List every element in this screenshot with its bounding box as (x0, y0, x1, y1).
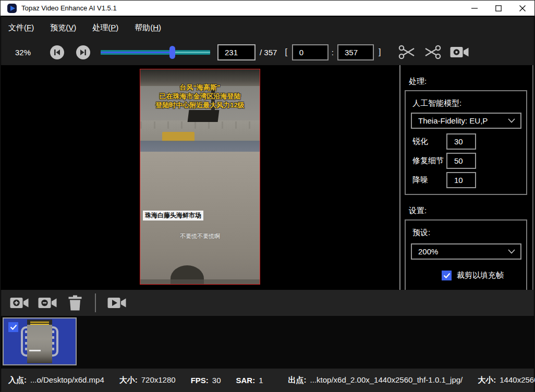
chevron-down-icon (508, 249, 515, 254)
video-thumbnail[interactable] (3, 317, 77, 365)
slider-progress (101, 52, 172, 53)
status-input-path: 入点:...o/Desktop/x6d.mp4 (8, 375, 104, 385)
skip-end-button[interactable] (76, 45, 90, 59)
status-input-size: 大小:720x1280 (119, 375, 176, 385)
thumbnail-strip (1, 316, 534, 369)
menu-item-process[interactable]: 处理(P) (92, 23, 118, 33)
total-frames-label: / 357 (260, 48, 277, 57)
preview-bridge-arches (140, 121, 260, 129)
settings-section-title: 设置: (409, 206, 427, 216)
range-end-input[interactable] (337, 44, 374, 60)
revert-detail-label: 修复细节 (412, 156, 446, 166)
remove-video-button[interactable] (38, 296, 57, 310)
preview-subtitle: 不要慌不要慌啊 (140, 232, 260, 240)
denoise-input[interactable] (446, 172, 476, 188)
sharpen-row: 锐化 (412, 133, 476, 150)
video-preview[interactable]: 台风“海高斯” 已在珠海市金湾区沿海登陆 登陆时中心附近最大风力12级 珠海白藤… (140, 69, 260, 285)
crop-to-fill-label: 裁剪以填充帧 (457, 271, 504, 280)
checkmark-icon (10, 324, 17, 330)
preview-toggle-button[interactable] (450, 45, 469, 59)
frame-slider[interactable] (101, 45, 210, 59)
processing-section-title: 处理: (409, 77, 427, 87)
range-bracket-open: [ (285, 47, 287, 57)
preview-camera-eye-icon (450, 45, 469, 59)
maximize-button[interactable] (487, 1, 510, 16)
revert-detail-row: 修复细节 (412, 153, 476, 169)
ai-model-value: Theia-Fidelity: EU,P (418, 116, 508, 125)
ai-model-label: 人工智能模型: (412, 99, 461, 108)
preset-label: 预设: (412, 228, 430, 238)
trash-icon (68, 295, 82, 311)
status-output-path: 出点:...ktop/x6d_2.00x_1440x2560_thf-1.0.1… (288, 375, 463, 385)
menu-item-help[interactable]: 帮助(H) (135, 23, 161, 33)
panel-splitter (399, 65, 400, 290)
thumbnail-frame (27, 320, 52, 363)
denoise-label: 降噪 (412, 175, 446, 185)
splice-button[interactable] (424, 44, 442, 60)
minimize-button[interactable] (463, 1, 487, 16)
range-separator: : (332, 48, 334, 57)
app-window: Topaz Video Enhance AI V1.5.1 文件(F) 预览(V… (0, 0, 535, 392)
preset-value: 200% (418, 247, 508, 256)
status-output-size: 大小:1440x2560 (478, 375, 535, 385)
menu-item-preview[interactable]: 预览(V) (50, 23, 76, 33)
skip-end-icon (76, 45, 90, 59)
overlay-line-1: 台风“海高斯” (140, 83, 260, 92)
range-start-input[interactable] (292, 44, 329, 60)
current-frame-input[interactable] (217, 44, 256, 60)
process-video-button[interactable] (107, 296, 126, 310)
title-bar: Topaz Video Enhance AI V1.5.1 (1, 1, 534, 16)
close-icon (519, 5, 526, 11)
remove-video-icon (38, 296, 57, 310)
trim-cut-button[interactable] (398, 44, 416, 60)
add-video-button[interactable] (10, 296, 29, 310)
window-controls (463, 1, 534, 16)
ai-model-select[interactable]: Theia-Fidelity: EU,P (411, 113, 521, 129)
revert-detail-input[interactable] (446, 153, 476, 169)
app-logo-icon (7, 4, 17, 13)
skip-start-icon (50, 45, 64, 59)
model-groupbox: 人工智能模型: Theia-Fidelity: EU,P 锐化 修复细节 降噪 (405, 90, 527, 195)
preview-location-label: 珠海白藤头海鲜市场 (143, 211, 203, 220)
close-button[interactable] (510, 1, 534, 16)
playback-toolbar: 32% / 357 [ : ] (1, 39, 534, 65)
process-video-icon (107, 296, 126, 310)
toolbar-separator (95, 293, 96, 312)
checkmark-icon (443, 273, 451, 278)
panel-right-edge (532, 65, 533, 290)
range-bracket-close: ] (379, 47, 381, 57)
skip-start-button[interactable] (50, 45, 64, 59)
menu-item-file[interactable]: 文件(F) (8, 23, 34, 33)
preset-groupbox: 预设: 200% 裁剪以填充帧 (405, 219, 527, 290)
status-bar: 入点:...o/Desktop/x6d.mp4 大小:720x1280 FPS:… (1, 369, 534, 392)
denoise-row: 降噪 (412, 172, 476, 188)
crop-to-fill-row: 裁剪以填充帧 (442, 271, 504, 280)
sharpen-input[interactable] (446, 133, 476, 150)
zoom-level-label: 32% (15, 48, 32, 57)
slider-handle[interactable] (169, 46, 175, 59)
crop-to-fill-checkbox[interactable] (442, 271, 452, 280)
status-fps: FPS:30 (191, 376, 221, 385)
minimize-icon (471, 5, 478, 11)
main-area: 台风“海高斯” 已在珠海市金湾区沿海登陆 登陆时中心附近最大风力12级 珠海白藤… (1, 65, 534, 290)
splice-scissors-icon (424, 44, 442, 60)
maximize-icon (495, 5, 502, 11)
preset-select[interactable]: 200% (411, 243, 521, 260)
cut-scissors-icon (398, 44, 416, 60)
add-video-icon (10, 296, 29, 310)
menu-bar: 文件(F) 预览(V) 处理(P) 帮助(H) (1, 17, 534, 39)
status-sar: SAR:1 (236, 376, 263, 385)
overlay-line-2: 已在珠海市金湾区沿海登陆 (140, 92, 260, 101)
delete-video-button[interactable] (68, 295, 82, 311)
preview-speaker-box (188, 110, 220, 122)
preview-wall (140, 141, 260, 152)
sharpen-label: 锐化 (412, 137, 446, 146)
chevron-down-icon (508, 118, 515, 123)
slider-remaining (172, 52, 211, 53)
overlay-line-3: 登陆时中心附近最大风力12级 (140, 101, 260, 109)
thumbnail-checkbox[interactable] (8, 322, 18, 332)
window-title: Topaz Video Enhance AI V1.5.1 (21, 4, 117, 12)
preview-overlay-caption: 台风“海高斯” 已在珠海市金湾区沿海登陆 登陆时中心附近最大风力12级 (140, 83, 260, 109)
batch-toolbar (1, 290, 534, 316)
preview-bottom-edge (140, 279, 260, 284)
